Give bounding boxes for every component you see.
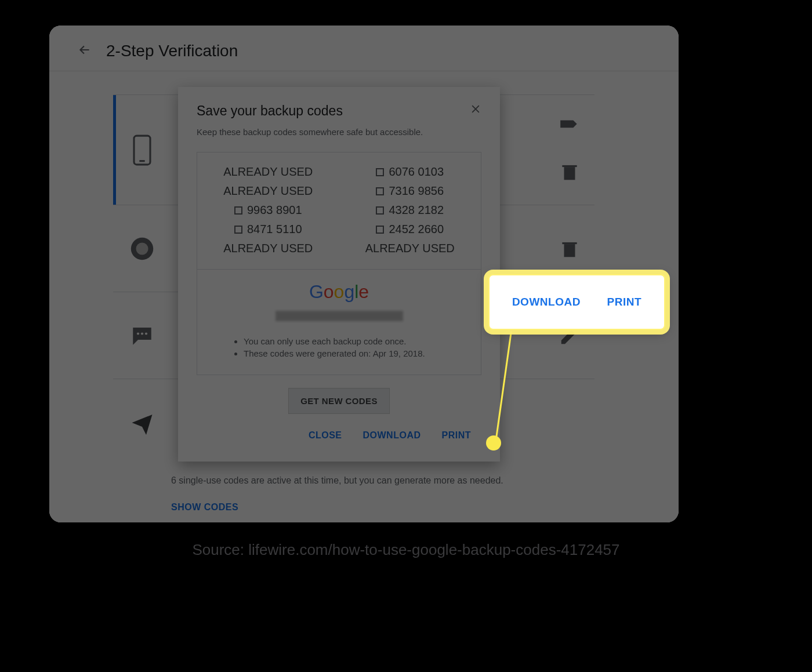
modal-title: Save your backup codes — [197, 103, 343, 119]
backup-code: ALREADY USED — [365, 242, 455, 255]
modal-subtitle: Keep these backup codes somewhere safe b… — [197, 127, 481, 137]
callout-highlight: DOWNLOAD PRINT — [488, 274, 665, 330]
checkbox-icon — [234, 206, 242, 215]
page-title: 2-Step Verification — [106, 42, 238, 60]
backup-code: 4328 2182 — [376, 204, 444, 217]
message-icon — [127, 321, 157, 351]
close-button[interactable]: CLOSE — [309, 430, 342, 441]
backup-code: ALREADY USED — [223, 165, 313, 179]
callout-print: PRINT — [607, 296, 642, 308]
checkbox-icon — [376, 168, 384, 176]
airplane-icon — [127, 408, 157, 438]
checkbox-icon — [376, 226, 384, 234]
backup-code: 2452 2660 — [376, 223, 444, 236]
backup-code: 6076 0103 — [376, 165, 444, 179]
google-logo: Google — [211, 281, 467, 303]
checkbox-icon — [376, 187, 384, 195]
svg-point-3 — [136, 242, 148, 255]
redacted-account — [276, 311, 403, 321]
codes-status-text: 6 single-use codes are active at this ti… — [171, 475, 612, 486]
backup-code: 7316 9856 — [376, 184, 444, 198]
svg-point-6 — [145, 332, 147, 335]
tag-icon[interactable] — [559, 115, 581, 137]
download-button[interactable]: DOWNLOAD — [363, 430, 421, 441]
backup-code: 9963 8901 — [234, 204, 302, 217]
checkbox-icon — [234, 226, 242, 234]
info-list: You can only use each backup code once.T… — [211, 336, 467, 358]
svg-point-4 — [137, 332, 139, 335]
show-codes-button[interactable]: SHOW CODES — [171, 502, 612, 513]
backup-codes-modal: Save your backup codes Keep these backup… — [178, 87, 500, 462]
phone-icon — [127, 135, 157, 165]
print-button[interactable]: PRINT — [442, 430, 472, 441]
svg-point-5 — [141, 332, 143, 335]
codes-container: ALREADY USEDALREADY USED9963 89018471 51… — [197, 152, 481, 270]
info-bullet: These codes were generated on: Apr 19, 2… — [244, 348, 467, 358]
back-arrow-icon[interactable] — [77, 42, 92, 60]
source-attribution: Source: lifewire.com/how-to-use-google-b… — [0, 541, 812, 559]
backup-code: 8471 5110 — [234, 223, 302, 236]
close-icon[interactable] — [470, 103, 481, 117]
checkbox-icon — [376, 206, 384, 215]
info-bullet: You can only use each backup code once. — [244, 336, 467, 346]
backup-code: ALREADY USED — [223, 242, 313, 255]
authenticator-icon — [127, 234, 157, 264]
callout-download: DOWNLOAD — [512, 296, 581, 308]
get-new-codes-button[interactable]: GET NEW CODES — [288, 388, 390, 414]
backup-code: ALREADY USED — [223, 184, 313, 198]
callout-anchor-dot — [486, 435, 501, 451]
trash-icon[interactable] — [559, 161, 581, 183]
trash-icon[interactable] — [559, 238, 581, 260]
active-indicator — [113, 95, 116, 205]
